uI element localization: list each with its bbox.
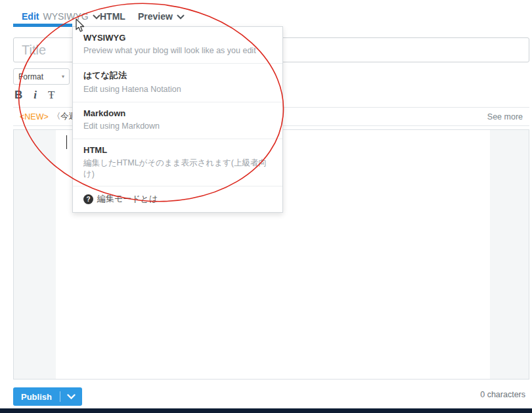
menu-item-hatena-notation[interactable]: はてな記法 Edit using Hatena Notation	[73, 64, 282, 102]
tab-html[interactable]: HTML	[100, 11, 125, 22]
menu-item-title: Markdown	[83, 108, 272, 118]
tab-edit-mode-label: WYSIWYG	[43, 11, 88, 22]
character-count: 0 characters	[480, 390, 525, 399]
text-caret	[66, 135, 67, 149]
bold-button[interactable]: B	[14, 88, 22, 102]
format-select-value: Format	[18, 72, 43, 81]
help-question-icon: ?	[83, 194, 93, 204]
menu-item-html[interactable]: HTML 編集したHTMLがそのまま表示されます(上級者向け)	[73, 139, 282, 187]
formatting-toolbar: B i Ŧ	[14, 88, 55, 102]
blog-editor-page: Edit WYSIWYG HTML Preview Format ▾ B i Ŧ…	[0, 0, 532, 413]
select-caret-icon: ▾	[62, 74, 64, 79]
bottom-bar	[0, 408, 532, 413]
help-link-label: 編集モードとは	[97, 193, 158, 205]
publish-button-label: Publish	[13, 392, 60, 402]
publish-button[interactable]: Publish	[13, 387, 82, 406]
menu-item-description: 編集したHTMLがそのまま表示されます(上級者向け)	[83, 158, 272, 180]
menu-item-wysiwyg[interactable]: WYSIWYG Preview what your blog will look…	[73, 27, 282, 64]
menu-item-description: Edit using Hatena Notation	[83, 84, 272, 95]
tab-edit-label: Edit	[22, 11, 39, 22]
chevron-down-icon	[177, 11, 185, 22]
format-select[interactable]: Format ▾	[13, 68, 70, 85]
tab-preview-label: Preview	[138, 11, 173, 22]
menu-item-markdown[interactable]: Markdown Edit using Markdown	[73, 102, 282, 139]
menu-item-title: HTML	[83, 145, 272, 155]
tab-edit-wysiwyg[interactable]: Edit WYSIWYG	[22, 11, 100, 22]
strikethrough-button[interactable]: Ŧ	[48, 88, 55, 102]
menu-item-title: はてな記法	[83, 70, 272, 81]
chevron-down-icon[interactable]	[93, 11, 100, 22]
publish-options-chevron-icon[interactable]	[60, 394, 82, 400]
edit-mode-help-link[interactable]: ? 編集モードとは	[73, 186, 282, 212]
menu-item-title: WYSIWYG	[83, 33, 272, 43]
new-badge: <NEW>	[20, 112, 49, 121]
menu-item-description: Preview what your blog will look like as…	[83, 45, 272, 56]
italic-button[interactable]: i	[33, 88, 37, 102]
active-tab-underline	[13, 24, 72, 27]
tab-preview[interactable]: Preview	[138, 11, 185, 22]
menu-item-description: Edit using Markdown	[83, 121, 272, 132]
edit-mode-dropdown-menu: WYSIWYG Preview what your blog will look…	[72, 26, 283, 213]
see-more-link[interactable]: See more	[487, 112, 523, 121]
